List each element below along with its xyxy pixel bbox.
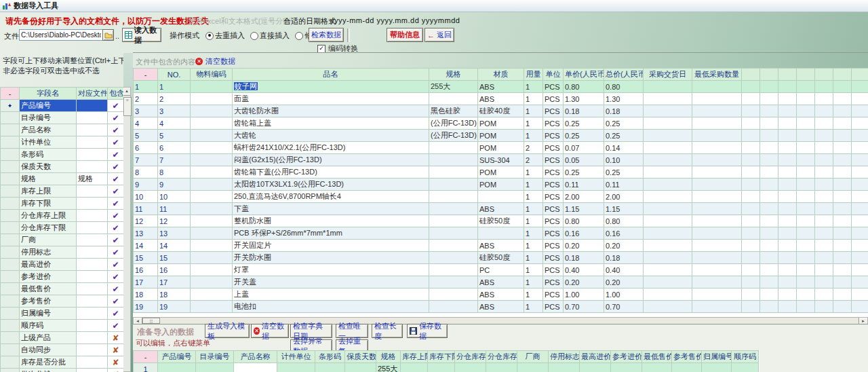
material-cell[interactable]: POM: [478, 117, 524, 130]
no-cell[interactable]: 17: [158, 276, 191, 289]
total-cell[interactable]: 0.25: [604, 166, 644, 179]
empty-cell[interactable]: [797, 166, 815, 179]
no-cell[interactable]: 14: [158, 240, 191, 252]
no-cell[interactable]: 11: [158, 203, 191, 215]
empty-cell[interactable]: [778, 301, 797, 313]
material-code-cell[interactable]: [191, 105, 233, 117]
empty-cell[interactable]: [760, 93, 778, 105]
item-name-cell[interactable]: 电池扣: [233, 301, 429, 313]
empty-cell[interactable]: [852, 154, 868, 166]
item-name-cell[interactable]: 下盖: [233, 203, 429, 215]
empty-cell[interactable]: [778, 240, 797, 252]
preview-cell[interactable]: [455, 363, 486, 372]
preview-cell[interactable]: [486, 363, 517, 372]
empty-cell[interactable]: [778, 142, 797, 154]
field-row[interactable]: 目录编号✔: [1, 112, 124, 124]
total-cell[interactable]: 1.15: [604, 203, 644, 215]
no-cell[interactable]: 7: [158, 154, 191, 166]
table-row[interactable]: 22面盖ABS1PCS1.301.30: [134, 93, 868, 105]
table-row[interactable]: 66蜗杆齿241X10/X2.1(公用FC-13D)POM2PCS0.070.1…: [134, 142, 868, 154]
field-name-cell[interactable]: 产品名称: [20, 124, 77, 136]
spec-cell[interactable]: [429, 142, 478, 154]
table-row[interactable]: 33大齿轮防水圈黑色硅胶硅胶40度1PCS0.180.18: [134, 105, 868, 117]
preview-cell[interactable]: [702, 363, 732, 372]
unit-cell[interactable]: PCS: [543, 215, 564, 227]
file-field-cell[interactable]: [77, 356, 108, 369]
table-row[interactable]: 44齿轮箱上盖(公用FC-13D)POM1PCS0.250.25: [134, 117, 868, 130]
material-code-cell[interactable]: [191, 166, 233, 179]
field-row[interactable]: 停用标志✔: [1, 246, 124, 259]
unit-cell[interactable]: PCS: [543, 191, 564, 203]
empty-cell[interactable]: [833, 227, 852, 240]
material-code-cell[interactable]: [191, 289, 233, 301]
field-name-cell[interactable]: 参考进价: [20, 271, 77, 283]
total-cell[interactable]: 0.20: [604, 240, 644, 252]
spec-cell[interactable]: [429, 264, 478, 276]
table-row[interactable]: 1515开关防水圈硅胶50度1PCS0.180.18: [134, 252, 868, 264]
preview-cell[interactable]: [549, 363, 580, 372]
empty-cell[interactable]: [833, 240, 852, 252]
cross-icon[interactable]: ✘: [108, 332, 124, 344]
price-cell[interactable]: 2.00: [564, 191, 604, 203]
unit-cell[interactable]: PCS: [543, 105, 564, 117]
min-qty-cell[interactable]: [692, 252, 742, 264]
item-name-cell[interactable]: 齿轮箱下盖(公用FC-13D): [233, 166, 429, 179]
check-icon[interactable]: ✔: [108, 100, 124, 112]
preview-cell[interactable]: [672, 363, 702, 372]
preview-cell[interactable]: [401, 363, 428, 372]
unit-cell[interactable]: PCS: [543, 166, 564, 179]
qty-cell[interactable]: 1: [524, 240, 543, 252]
qty-cell[interactable]: 2: [524, 142, 543, 154]
no-cell[interactable]: 9: [158, 179, 191, 191]
file-field-cell[interactable]: [77, 246, 108, 259]
empty-cell[interactable]: [833, 166, 852, 179]
field-name-cell[interactable]: 库存上限: [20, 185, 77, 198]
table-row[interactable]: 88齿轮箱下盖(公用FC-13D)POM1PCS0.250.25: [134, 166, 868, 179]
file-field-cell[interactable]: [77, 259, 108, 271]
empty-cell[interactable]: [815, 215, 833, 227]
item-name-cell[interactable]: 太阳齿10TX3LX1.9(公用FC-13D): [233, 179, 429, 191]
preview-cell[interactable]: [580, 363, 611, 372]
spec-cell[interactable]: [429, 93, 478, 105]
file-field-cell[interactable]: [77, 344, 108, 356]
check-icon[interactable]: ✔: [108, 320, 124, 332]
empty-cell[interactable]: [760, 203, 778, 215]
delivery-cell[interactable]: [644, 252, 692, 264]
item-name-cell[interactable]: 开关盖: [233, 276, 429, 289]
item-name-cell[interactable]: 蜗杆齿241X10/X2.1(公用FC-13D): [233, 142, 429, 154]
min-qty-cell[interactable]: [692, 289, 742, 301]
material-code-cell[interactable]: [191, 227, 233, 240]
check-icon[interactable]: ✔: [108, 185, 124, 198]
file-field-cell[interactable]: [77, 332, 108, 344]
spec-cell[interactable]: (公用FC-13D): [429, 130, 478, 142]
empty-cell[interactable]: [760, 289, 778, 301]
field-name-cell[interactable]: 分仓库存下限: [20, 222, 77, 234]
empty-cell[interactable]: [833, 252, 852, 264]
price-cell[interactable]: 1.30: [564, 93, 604, 105]
file-field-cell[interactable]: [77, 198, 108, 210]
material-cell[interactable]: ABS: [478, 276, 524, 289]
material-cell[interactable]: ABS: [478, 301, 524, 313]
item-name-cell[interactable]: 大齿轮: [233, 130, 429, 142]
item-name-cell[interactable]: 灯罩: [233, 264, 429, 276]
file-field-cell[interactable]: [77, 149, 108, 161]
table-row[interactable]: 1919电池扣ABS1PCS0.700.70: [134, 301, 868, 313]
delivery-cell[interactable]: [644, 276, 692, 289]
check-icon[interactable]: ✔: [108, 246, 124, 259]
empty-cell[interactable]: [815, 252, 833, 264]
empty-cell[interactable]: [833, 154, 852, 166]
unit-cell[interactable]: PCS: [543, 142, 564, 154]
file-path-input[interactable]: [19, 29, 103, 41]
min-qty-cell[interactable]: [692, 203, 742, 215]
preview-cell[interactable]: [611, 363, 642, 372]
field-name-cell[interactable]: 分仓库存上限: [20, 210, 77, 222]
cross-icon[interactable]: ✘: [108, 369, 124, 372]
empty-cell[interactable]: [797, 227, 815, 240]
empty-cell[interactable]: [778, 154, 797, 166]
file-field-cell[interactable]: [77, 222, 108, 234]
min-qty-cell[interactable]: [692, 191, 742, 203]
empty-cell[interactable]: [797, 252, 815, 264]
empty-cell[interactable]: [760, 227, 778, 240]
min-qty-cell[interactable]: [692, 240, 742, 252]
empty-cell[interactable]: [778, 93, 797, 105]
